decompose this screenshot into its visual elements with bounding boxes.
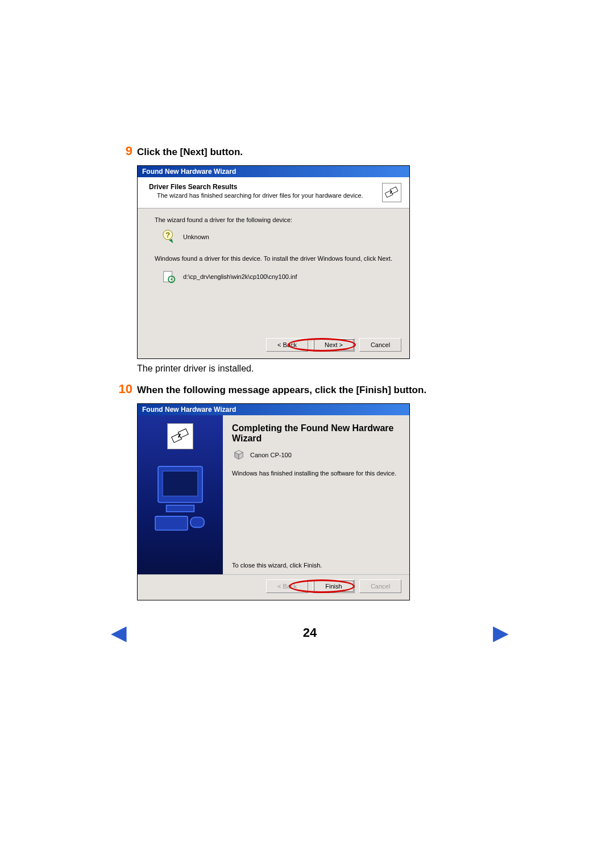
printer-icon — [232, 448, 246, 462]
completing-title: Completing the Found New Hardware Wizard — [232, 423, 400, 444]
printer-name: Canon CP-100 — [250, 452, 292, 458]
cancel-button[interactable]: Cancel — [359, 338, 401, 352]
dialog-body: The wizard found a driver for the follow… — [138, 208, 409, 333]
prev-page-button[interactable]: ◀ — [111, 623, 130, 643]
hardware-icon — [382, 183, 401, 202]
dialog-header: Driver Files Search Results The wizard h… — [138, 177, 409, 208]
dialog2-side-panel — [138, 415, 223, 574]
dialog2-button-row: < Back Finish Cancel — [138, 574, 409, 600]
dialog-header-bold: Driver Files Search Results — [149, 183, 363, 191]
finish-button[interactable]: Finish — [313, 579, 355, 593]
device-row: ? Unknown — [160, 229, 392, 245]
svg-rect-15 — [190, 518, 204, 528]
printer-row: Canon CP-100 — [232, 448, 400, 462]
inf-file-icon — [160, 269, 177, 285]
page-body: 9 Click the [Next] button. Found New Har… — [111, 144, 509, 600]
dialog-header-text: Driver Files Search Results The wizard h… — [149, 183, 363, 199]
body-line-1: The wizard found a driver for the follow… — [155, 216, 392, 223]
step-10-heading: 10 When the following message appears, c… — [111, 382, 509, 397]
dialog-driver-results: Found New Hardware Wizard Driver Files S… — [137, 165, 410, 359]
step-9-number: 9 — [111, 144, 132, 158]
dialog2-main: Completing the Found New Hardware Wizard… — [138, 415, 409, 574]
hardware-icon-svg — [384, 185, 399, 200]
step-10-title: When the following message appears, clic… — [137, 385, 426, 396]
cancel-button-2: Cancel — [359, 579, 401, 593]
step-9-after-text: The printer driver is installed. — [137, 364, 509, 374]
dialog-button-row: < Back Next > Cancel — [138, 333, 409, 358]
dialog2-content: Completing the Found New Hardware Wizard… — [223, 415, 409, 574]
step-10-number: 10 — [111, 382, 132, 397]
dialog2-body-line: Windows has finished installing the soft… — [232, 470, 400, 477]
next-page-button[interactable]: ▶ — [489, 623, 509, 643]
dialog-header-sub: The wizard has finished searching for dr… — [157, 192, 363, 199]
monitor-illustration-icon — [152, 462, 209, 536]
driver-file-row: d:\cp_drv\english\win2k\cp100\cny100.inf — [160, 269, 392, 285]
svg-rect-12 — [163, 471, 198, 496]
back-button[interactable]: < Back — [266, 338, 308, 352]
step-9-heading: 9 Click the [Next] button. — [111, 144, 509, 158]
page-number: 24 — [303, 625, 317, 640]
dialog-titlebar: Found New Hardware Wizard — [138, 166, 409, 177]
device-name: Unknown — [183, 233, 209, 240]
dialog2-close-line: To close this wizard, click Finish. — [232, 562, 400, 569]
page-navigation: ◀ 24 ▶ — [111, 620, 509, 645]
dialog2-titlebar: Found New Hardware Wizard — [138, 404, 409, 415]
driver-path: d:\cp_drv\english\win2k\cp100\cny100.inf — [183, 273, 297, 280]
svg-point-7 — [171, 278, 172, 280]
svg-text:?: ? — [165, 231, 170, 239]
unknown-device-icon: ? — [160, 229, 177, 245]
dialog-completing: Found New Hardware Wizard — [137, 403, 410, 600]
next-button[interactable]: Next > — [313, 338, 355, 352]
step-9-title: Click the [Next] button. — [137, 147, 243, 158]
body-line-2: Windows found a driver for this device. … — [155, 255, 392, 262]
back-button-2: < Back — [266, 579, 308, 593]
svg-rect-14 — [155, 516, 188, 530]
hardware-icon-2 — [167, 423, 193, 449]
svg-rect-13 — [167, 505, 194, 511]
